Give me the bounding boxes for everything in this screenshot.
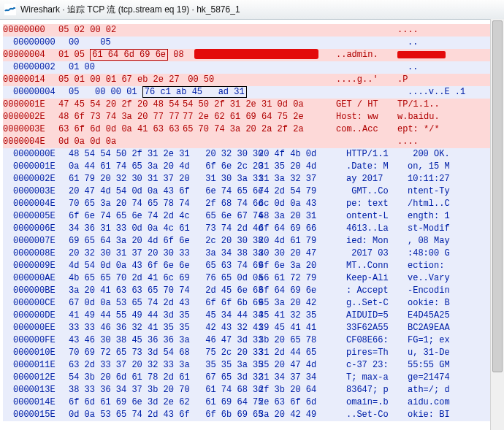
- hex-bytes: 34 36 31 33 0d 0a 4c 61 73 74 2d 4d6f 64…: [69, 223, 346, 235]
- offset-address: 0000005E: [13, 210, 69, 223]
- hex-bytes: 05 00 00 01 76 c1 ab 45 ad 31: [69, 86, 346, 99]
- ascii-left: [336, 24, 397, 37]
- hex-bytes: 54 3b 20 6d 61 78 2d 61 67 65 3d 3231 34…: [69, 372, 346, 384]
- hex-bytes: 00 05: [69, 37, 346, 49]
- hexdump-row[interactable]: 0000003E63 6f 6d 0d 0a 41 63 6365 70 74 …: [3, 123, 501, 136]
- hexdump-row[interactable]: 0000000005 02 00 02....: [3, 24, 501, 37]
- ascii-left: AIDUID=5: [346, 310, 408, 322]
- ascii-left: .Date: M: [346, 161, 408, 173]
- hex-bytes: 0d 0a 53 65 74 2d 43 6f 6f 6b 69 653a 20…: [69, 409, 346, 421]
- ascii-right: E4D45A25: [408, 310, 450, 322]
- hex-bytes: 48 6f 73 74 3a 20 77 7777 2e 62 61 69 64…: [58, 111, 336, 123]
- ascii-left: GET / HT: [336, 99, 397, 111]
- hex-bytes: 0d 0a 0d 0a: [58, 136, 336, 148]
- hexdump-row[interactable]: 0000002E61 79 20 32 30 31 37 20 31 30 3a…: [3, 173, 501, 185]
- ascii-right: ....v..E .1: [408, 86, 465, 99]
- hexdump-row[interactable]: 0000000E48 54 54 50 2f 31 2e 31 20 32 30…: [3, 148, 501, 161]
- hexdump-row[interactable]: 0000006E34 36 31 33 0d 0a 4c 61 73 74 2d…: [3, 223, 501, 235]
- hexdump-row[interactable]: 0000004E0d 0a 0d 0a....: [3, 136, 501, 148]
- hexdump-row[interactable]: 000000EE33 33 46 36 32 41 35 35 42 43 32…: [3, 322, 501, 334]
- hexdump-row[interactable]: 0000015E0d 0a 53 65 74 2d 43 6f 6f 6b 69…: [3, 409, 501, 421]
- hex-bytes: 61 79 20 32 30 31 37 20 31 30 3a 3131 3a…: [69, 173, 346, 185]
- highlight-box: 61 64 6d 69 6e: [90, 49, 168, 61]
- hexdump-row[interactable]: 0000000401 05 61 64 6d 69 6e 08 ..admin.: [3, 49, 501, 61]
- hexdump-pane[interactable]: 0000000005 02 00 02....0000000000 05..00…: [0, 20, 504, 430]
- ascii-right: ength: 1: [408, 210, 450, 223]
- ascii-right: BC2A9EAA: [408, 322, 450, 334]
- ascii-left: MT..Conn: [346, 260, 408, 272]
- redacted-block: [397, 51, 446, 58]
- hexdump-row[interactable]: 0000003E20 47 4d 54 0d 0a 43 6f 6e 74 65…: [3, 185, 501, 198]
- hexdump-row[interactable]: 0000001E47 45 54 20 2f 20 48 5454 50 2f …: [3, 99, 501, 111]
- offset-address: 000000EE: [13, 322, 69, 334]
- ascii-right: ath=/; d: [408, 384, 450, 396]
- ascii-left: T; max-a: [346, 372, 408, 384]
- hexdump-row[interactable]: 0000014E6f 6d 61 69 6e 3d 2e 62 61 69 64…: [3, 396, 501, 409]
- ascii-left: Host: ww: [336, 111, 397, 123]
- hexdump-row[interactable]: 0000010E70 69 72 65 73 3d 54 68 75 2c 20…: [3, 347, 501, 359]
- hexdump-row[interactable]: 0000000000 05..: [3, 37, 501, 49]
- hexdump-row[interactable]: 0000012E54 3b 20 6d 61 78 2d 61 67 65 3d…: [3, 372, 501, 384]
- ascii-left: 83647; p: [346, 384, 408, 396]
- offset-address: 0000002E: [3, 111, 58, 123]
- hexdump-row[interactable]: 0000009E4d 54 0d 0a 43 6f 6e 6e 65 63 74…: [3, 260, 501, 272]
- hex-bytes: 70 65 3a 20 74 65 78 74 2f 68 74 6d6c 0d…: [69, 198, 346, 210]
- hexdump-row[interactable]: 000000FE43 46 30 38 45 36 36 3a 46 47 3d…: [3, 334, 501, 347]
- hexdump-row[interactable]: 0000000201 00..: [3, 61, 501, 74]
- ascii-right: ection:: [408, 260, 450, 272]
- hexdump-row[interactable]: 0000000405 00 00 01 76 c1 ab 45 ad 31...…: [3, 86, 501, 99]
- highlight-box: 76 c1 ab 45 ad 31: [142, 86, 247, 98]
- ascii-right: /html..C: [408, 198, 450, 210]
- ascii-left: omain=.b: [346, 396, 408, 409]
- hex-bytes: 05 01 00 01 67 eb 2e 27 00 50: [58, 74, 336, 86]
- ascii-right: w.baidu.: [397, 111, 440, 123]
- ascii-right: ..: [408, 37, 418, 49]
- hexdump-row[interactable]: 000000CE67 0d 0a 53 65 74 2d 43 6f 6f 6b…: [3, 297, 501, 310]
- offset-address: 0000011E: [13, 359, 69, 372]
- offset-address: 0000010E: [13, 347, 69, 359]
- hexdump-row[interactable]: 0000013E38 33 36 34 37 3b 20 70 61 74 68…: [3, 384, 501, 396]
- ascii-right: ept: */*: [397, 123, 440, 136]
- ascii-left: ontent-L: [346, 210, 408, 223]
- hex-bytes: 33 33 46 36 32 41 35 35 42 43 32 4139 45…: [69, 322, 346, 334]
- ascii-right: :48:00 G: [408, 247, 450, 260]
- ascii-left: [346, 61, 408, 74]
- window-title: Wireshark · 追踪 TCP 流 (tcp.stream eq 19) …: [20, 4, 240, 16]
- hexdump-row[interactable]: 0000007E69 65 64 3a 20 4d 6f 6e 2c 20 30…: [3, 235, 501, 247]
- ascii-left: com..Acc: [336, 123, 397, 136]
- hexdump-row[interactable]: 000000DE41 49 44 55 49 44 3d 35 45 34 44…: [3, 310, 501, 322]
- hexdump-row[interactable]: 000000BE3a 20 41 63 63 65 70 74 2d 45 6e…: [3, 285, 501, 297]
- ascii-left: 33F62A55: [346, 322, 408, 334]
- ascii-left: 2017 03: [346, 247, 408, 260]
- hex-bytes: 6f 6d 61 69 6e 3d 2e 62 61 69 64 752e 63…: [69, 396, 346, 409]
- hexdump-row[interactable]: 0000001E0a 44 61 74 65 3a 20 4d 6f 6e 2c…: [3, 161, 501, 173]
- hexdump-row[interactable]: 0000005E6f 6e 74 65 6e 74 2d 4c 65 6e 67…: [3, 210, 501, 223]
- ascii-left: [346, 86, 408, 99]
- hexdump-row[interactable]: 0000001405 01 00 01 67 eb 2e 27 00 50...…: [3, 74, 501, 86]
- hexdump-row[interactable]: 0000008E20 32 30 31 37 20 30 33 3a 34 38…: [3, 247, 501, 260]
- hex-bytes: 4b 65 65 70 2d 41 6c 69 76 65 0d 0a56 61…: [69, 272, 346, 285]
- hex-bytes: 05 02 00 02: [58, 24, 336, 37]
- ascii-left: Keep-Ali: [346, 272, 408, 285]
- hex-bytes: 69 65 64 3a 20 4d 6f 6e 2c 20 30 3820 4d…: [69, 235, 346, 247]
- ascii-left: ay 2017: [346, 173, 408, 185]
- hex-bytes: 01 00: [69, 61, 346, 74]
- hexdump-row[interactable]: 0000011E63 2d 33 37 20 32 33 3a 35 35 3a…: [3, 359, 501, 372]
- hexdump-row[interactable]: 000000AE4b 65 65 70 2d 41 6c 69 76 65 0d…: [3, 272, 501, 285]
- offset-address: 00000014: [3, 74, 58, 86]
- hexdump-row[interactable]: 0000004E70 65 3a 20 74 65 78 74 2f 68 74…: [3, 198, 501, 210]
- offset-address: 000000AE: [13, 272, 69, 285]
- ascii-right: ....: [397, 24, 419, 37]
- hex-bytes: 3a 20 41 63 63 65 70 74 2d 45 6e 636f 64…: [69, 285, 346, 297]
- ascii-right: aidu.com: [408, 396, 450, 409]
- offset-address: 0000000E: [13, 148, 69, 161]
- hex-bytes: 4d 54 0d 0a 43 6f 6e 6e 65 63 74 696f 6e…: [69, 260, 346, 272]
- ascii-left: CF08E66:: [346, 334, 408, 347]
- hex-bytes: 67 0d 0a 53 65 74 2d 43 6f 6f 6b 6965 3a…: [69, 297, 346, 310]
- offset-address: 0000001E: [3, 99, 58, 111]
- offset-address: 0000002E: [13, 173, 69, 185]
- vertical-scrollbar[interactable]: [490, 19, 504, 430]
- hexdump-row[interactable]: 0000002E48 6f 73 74 3a 20 77 7777 2e 62 …: [3, 111, 501, 123]
- ascii-right: ookie: B: [408, 297, 450, 310]
- scrollbar-thumb[interactable]: [492, 20, 503, 372]
